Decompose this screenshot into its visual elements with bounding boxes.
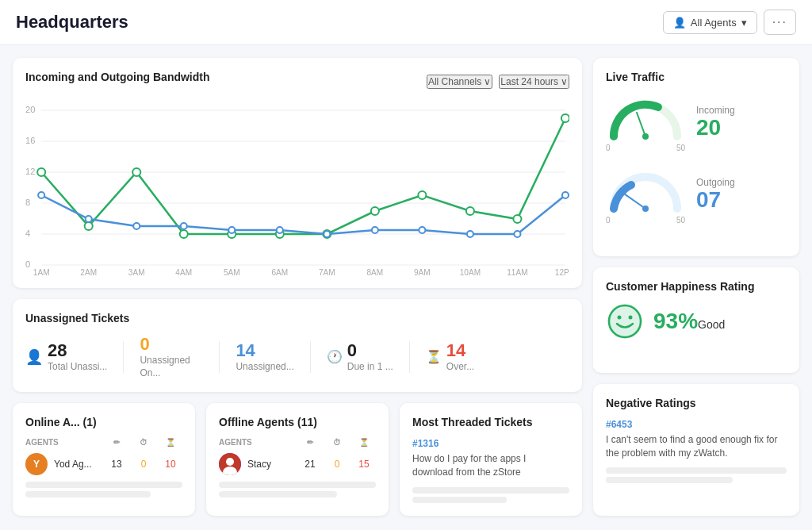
skeleton-line <box>606 477 733 483</box>
incoming-min-label: 0 <box>606 144 611 152</box>
happiness-content: 93%Good <box>606 302 787 340</box>
unassigned-value: 14 <box>236 340 293 361</box>
agents-table-header: AGENTS ✏ ⏱ ⏳ <box>219 438 376 447</box>
header: Headquarters 👤 All Agents ▾ ··· <box>0 0 812 45</box>
unassigned-label: Unassigned... <box>236 361 293 374</box>
svg-point-34 <box>514 231 520 237</box>
svg-point-26 <box>133 223 140 229</box>
bandwidth-chart-card: Incoming and Outgoing Bandwidth All Chan… <box>13 58 582 288</box>
svg-point-52 <box>642 133 649 140</box>
incoming-gauge-svg <box>606 93 685 144</box>
svg-text:5AM: 5AM <box>224 268 240 275</box>
svg-text:6AM: 6AM <box>271 268 288 275</box>
col-edit-icon: ✏ <box>298 438 322 447</box>
bandwidth-chart-title: Incoming and Outgoing Bandwidth <box>25 71 210 83</box>
col-edit-icon: ✏ <box>105 438 128 447</box>
svg-text:12: 12 <box>25 167 35 176</box>
svg-text:7AM: 7AM <box>319 268 335 275</box>
svg-text:8AM: 8AM <box>366 268 383 275</box>
all-agents-button[interactable]: 👤 All Agents ▾ <box>663 11 757 34</box>
outgoing-value: 07 <box>696 188 735 213</box>
live-traffic-title: Live Traffic <box>606 71 787 83</box>
channels-filter-button[interactable]: All Channels ∨ <box>427 75 492 89</box>
skeleton-line <box>219 482 376 488</box>
agent-name: Yod Ag... <box>54 459 102 470</box>
svg-text:16: 16 <box>25 136 35 145</box>
svg-point-55 <box>607 304 642 339</box>
negative-ratings-title: Negative Ratings <box>606 397 787 409</box>
offline-agents-card: Offline Agents (11) AGENTS ✏ ⏱ ⏳ <box>206 403 389 516</box>
time-filter-button[interactable]: Last 24 hours ∨ <box>499 75 569 89</box>
smiley-icon <box>606 302 644 340</box>
svg-point-22 <box>513 215 521 223</box>
outgoing-gauge-row: 0 50 Outgoing 07 <box>606 165 787 225</box>
svg-point-31 <box>372 227 378 233</box>
svg-point-20 <box>418 191 426 199</box>
overdue-label: Over... <box>446 361 474 374</box>
svg-point-35 <box>562 192 569 198</box>
bandwidth-chart-area: 0 4 8 12 16 20 <box>25 101 569 275</box>
most-threaded-title: Most Threaded Tickets <box>412 416 569 428</box>
chart-filters: All Channels ∨ Last 24 hours ∨ <box>427 75 569 89</box>
bottom-row: Online A... (1) AGENTS ✏ ⏱ ⏳ Y Yod Ag...… <box>13 403 582 516</box>
online-agents-card: Online A... (1) AGENTS ✏ ⏱ ⏳ Y Yod Ag...… <box>13 403 195 516</box>
svg-text:2AM: 2AM <box>80 268 97 275</box>
unassigned-online-stat: 0 Unassigned On... <box>140 334 203 379</box>
right-column: Live Traffic <box>593 58 799 516</box>
agent-overdue-count: 10 <box>159 459 182 470</box>
left-column: Incoming and Outgoing Bandwidth All Chan… <box>13 58 582 516</box>
chart-header: Incoming and Outgoing Bandwidth All Chan… <box>25 71 569 93</box>
avatar <box>219 453 241 475</box>
outgoing-gauge-wrap: 0 50 <box>606 165 685 225</box>
outgoing-gauge-svg <box>606 165 685 217</box>
outgoing-max-label: 50 <box>676 216 685 225</box>
tickets-stats-row: 👤 28 Total Unassi... 0 Unassigned On... <box>25 334 569 379</box>
svg-text:12PM: 12PM <box>555 268 569 275</box>
svg-line-51 <box>637 112 645 136</box>
agents-btn-label: All Agents <box>691 17 737 29</box>
page-title: Headquarters <box>16 12 128 33</box>
svg-point-13 <box>85 222 93 230</box>
offline-agents-table: AGENTS ✏ ⏱ ⏳ Stacy <box>219 438 376 497</box>
due-soon-label: Due in 1 ... <box>347 361 393 374</box>
skeleton-line <box>219 491 337 497</box>
col-clock-icon: ⏱ <box>325 438 349 447</box>
unassigned-tickets-title: Unassigned Tickets <box>25 312 569 325</box>
online-agents-table: AGENTS ✏ ⏱ ⏳ Y Yod Ag... 13 0 10 <box>25 438 182 497</box>
svg-point-29 <box>277 227 283 233</box>
negative-rating-description: I can't seem to find a good enough fix f… <box>606 433 787 460</box>
agent-tickets-count: 21 <box>298 459 322 470</box>
incoming-max-label: 50 <box>676 144 685 152</box>
outgoing-gauge-info: Outgoing 07 <box>696 177 735 213</box>
skeleton-line <box>606 467 787 474</box>
gauge-container: 0 50 Incoming 20 <box>606 93 787 225</box>
skeleton-line <box>412 487 569 494</box>
svg-point-57 <box>618 316 622 320</box>
svg-point-54 <box>642 205 649 212</box>
col-hourglass-icon: ⏳ <box>159 438 182 447</box>
svg-text:3AM: 3AM <box>128 268 145 275</box>
svg-text:20: 20 <box>25 105 35 114</box>
svg-point-49 <box>226 458 234 466</box>
table-row: Stacy 21 0 15 <box>219 453 376 475</box>
ticket-description: How do I pay for the apps I download fro… <box>412 452 569 479</box>
table-row: Y Yod Ag... 13 0 10 <box>25 453 182 475</box>
agent-icon: 👤 <box>673 17 686 29</box>
svg-text:8: 8 <box>25 198 30 207</box>
overdue-stat: ⏳ 14 Over... <box>426 340 474 374</box>
due-soon-stat: 🕐 0 Due in 1 ... <box>327 340 393 374</box>
svg-text:0: 0 <box>25 259 30 269</box>
more-options-button[interactable]: ··· <box>764 10 796 35</box>
clock-icon: 🕐 <box>327 349 343 364</box>
happiness-percentage: 93% <box>653 309 698 333</box>
incoming-gauge-wrap: 0 50 <box>606 93 685 152</box>
agents-table-header: AGENTS ✏ ⏱ ⏳ <box>25 438 182 447</box>
svg-point-12 <box>37 168 45 176</box>
svg-point-23 <box>561 114 569 122</box>
most-threaded-card: Most Threaded Tickets #1316 How do I pay… <box>400 403 582 516</box>
svg-text:10AM: 10AM <box>460 268 481 275</box>
agent-name: Stacy <box>247 459 295 470</box>
agent-online-count: 0 <box>325 459 349 470</box>
col-agents-label: AGENTS <box>25 438 102 447</box>
svg-point-58 <box>629 316 633 320</box>
